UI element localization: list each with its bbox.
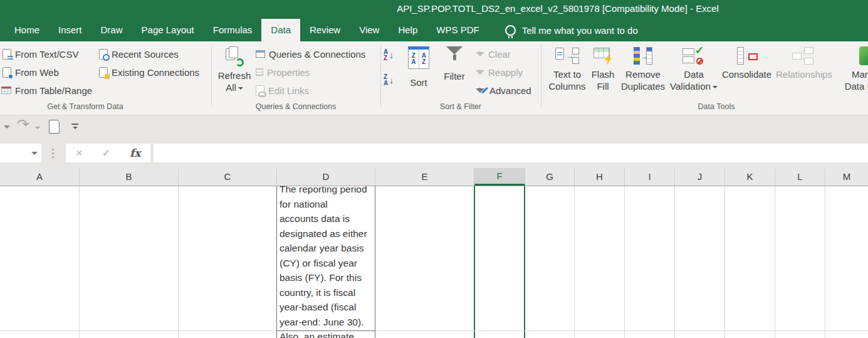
from-table-range-button[interactable]: From Table/Range — [1, 83, 92, 97]
web-file-icon — [3, 67, 11, 78]
column-header-C[interactable]: C — [179, 168, 277, 186]
enter-icon[interactable]: ✓ — [102, 147, 110, 159]
cell-text-line: for national — [280, 197, 375, 212]
column-header-K[interactable]: K — [725, 168, 775, 186]
sort-az-ascending-button[interactable]: AZ ↓ — [384, 49, 394, 61]
tab-home[interactable]: Home — [5, 19, 49, 41]
clear-filter-icon — [476, 52, 484, 56]
queries-connections-button[interactable]: Queries & Connections — [256, 47, 365, 61]
filter-button[interactable]: Filter — [437, 43, 471, 107]
chevron-down-icon — [238, 87, 243, 90]
from-web-label: From Web — [15, 67, 59, 78]
from-text-csv-button[interactable]: From Text/CSV — [3, 47, 78, 61]
advanced-filter-button[interactable]: Advanced — [476, 83, 531, 97]
group-label-queries: Queries & Connections — [211, 102, 380, 111]
edit-links-button[interactable]: Edit Links — [256, 83, 309, 97]
relationships-button[interactable]: Relationships — [776, 43, 830, 107]
manage-data-model-button[interactable]: Manage Data Model — [837, 43, 868, 107]
cell-border — [276, 186, 277, 338]
refresh-all-label-1: Refresh — [218, 70, 251, 81]
consolidate-label: Consolidate — [719, 68, 775, 80]
existing-connections-button[interactable]: Existing Connections — [99, 65, 199, 79]
recent-sources-button[interactable]: Recent Sources — [99, 47, 179, 61]
group-separator — [380, 45, 381, 107]
redo-dropdown-icon[interactable] — [35, 127, 40, 129]
column-header-J[interactable]: J — [675, 168, 725, 186]
group-label-sort-filter: Sort & Filter — [380, 102, 541, 111]
tab-page-layout[interactable]: Page Layout — [132, 19, 204, 41]
sort-za-descending-button[interactable]: ZA ↓ — [384, 74, 394, 87]
table-range-icon — [1, 87, 11, 94]
remove-duplicates-button[interactable]: → Remove Duplicates — [618, 43, 668, 107]
column-header-H[interactable]: H — [575, 168, 625, 186]
reapply-filter-button[interactable]: Reapply — [476, 65, 523, 79]
tab-insert[interactable]: Insert — [49, 19, 92, 41]
sort-dialog-icon: ZA AZ — [408, 46, 429, 69]
tab-view[interactable]: View — [350, 19, 389, 41]
tab-help[interactable]: Help — [389, 19, 427, 41]
formula-bar-resize-handle[interactable] — [52, 149, 54, 151]
tab-formulas[interactable]: Formulas — [204, 19, 262, 41]
from-web-button[interactable]: From Web — [3, 65, 59, 79]
name-box-dropdown-icon[interactable] — [31, 152, 38, 155]
cell-D-wrapped-text[interactable]: The reporting period for national accoun… — [280, 182, 375, 329]
column-header-E[interactable]: E — [375, 168, 474, 186]
redo-icon[interactable]: ↷ — [17, 117, 29, 132]
remove-duplicates-label-2: Duplicates — [621, 81, 665, 92]
group-separator — [541, 45, 541, 107]
filter-funnel-icon — [446, 46, 463, 61]
formula-input[interactable] — [154, 144, 868, 162]
clear-filter-button[interactable]: Clear — [476, 47, 511, 61]
tell-me-box[interactable]: Tell me what you want to do — [505, 19, 638, 41]
filter-label: Filter — [437, 70, 471, 82]
column-header-A[interactable]: A — [0, 168, 80, 186]
text-to-columns-button[interactable]: → Text to Columns — [546, 43, 588, 107]
title-bar: API_SP.POP.TOTL_DS2_en_excel_v2_5801978 … — [0, 0, 868, 19]
worksheet-grid[interactable]: The reporting period for national accoun… — [0, 186, 868, 338]
queries-connections-icon — [256, 50, 265, 58]
advanced-label: Advanced — [489, 85, 531, 96]
sort-ascending-icon: AZ — [384, 49, 388, 61]
column-header-L[interactable]: L — [775, 168, 825, 186]
sort-button[interactable]: ZA AZ Sort — [401, 43, 436, 107]
recent-sources-icon — [99, 49, 108, 60]
tab-review[interactable]: Review — [300, 19, 350, 41]
column-header-F-selected[interactable]: F — [474, 168, 525, 186]
excel-window: API_SP.POP.TOTL_DS2_en_excel_v2_5801978 … — [0, 0, 868, 338]
relationships-icon — [792, 46, 814, 65]
column-header-B[interactable]: B — [80, 168, 179, 186]
cell-text-line: designated as either — [280, 226, 375, 241]
insert-function-icon[interactable]: fx — [130, 147, 140, 159]
gridline — [574, 186, 575, 338]
flash-fill-button[interactable]: Flash Fill — [589, 43, 617, 107]
chevron-down-icon[interactable] — [4, 125, 10, 129]
gridline — [825, 186, 825, 338]
existing-connections-icon — [99, 67, 108, 78]
properties-button[interactable]: Properties — [256, 65, 310, 79]
cell-border — [375, 186, 375, 338]
cell-text-line: basis (FY). For this — [280, 270, 375, 285]
column-header-M[interactable]: M — [825, 168, 868, 186]
tab-wps-pdf[interactable]: WPS PDF — [427, 19, 488, 41]
manage-data-model-label-2: Data Model — [845, 81, 868, 92]
column-header-G[interactable]: G — [525, 168, 575, 186]
column-header-I[interactable]: I — [625, 168, 675, 186]
properties-icon — [256, 68, 263, 76]
selected-column-border-left — [474, 186, 475, 338]
new-file-icon[interactable] — [49, 120, 60, 134]
formula-bar-area: ↷ × ✓ fx — [0, 115, 868, 168]
customize-quick-access-icon[interactable] — [71, 124, 78, 125]
gridline — [178, 186, 179, 338]
gridline — [775, 186, 775, 338]
consolidate-button[interactable]: → Consolidate — [719, 43, 775, 107]
refresh-all-button[interactable]: Refresh All — [217, 43, 252, 107]
tab-draw[interactable]: Draw — [92, 19, 132, 41]
tab-data[interactable]: Data — [261, 19, 300, 41]
edit-links-label: Edit Links — [268, 85, 309, 96]
cell-D-next-row-text[interactable]: Also, an estimate — [280, 331, 354, 338]
refresh-all-label-2: All — [226, 82, 236, 93]
data-validation-button[interactable]: ✓ Data Validation — [669, 43, 718, 107]
cancel-icon[interactable]: × — [76, 146, 83, 160]
selected-column-border-right — [524, 186, 525, 338]
column-header-D[interactable]: D — [277, 168, 375, 186]
